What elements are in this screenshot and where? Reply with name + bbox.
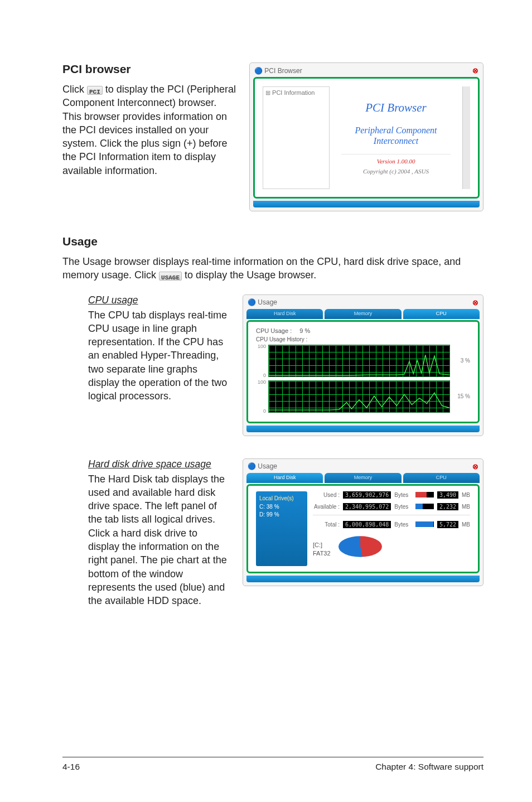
cpu-usage-title: CPU usage <box>88 294 230 306</box>
pci-version: Version 1.00.00 <box>341 154 451 165</box>
usage-inline-button: USAGE <box>159 272 182 281</box>
pci-window-title: 🔵 PCI Browser <box>254 67 302 75</box>
tab-cpu[interactable]: CPU <box>403 473 480 483</box>
hdd-total-row: Total : 6,000,898,048 Bytes 5,722 MB <box>313 521 470 528</box>
usage-heading: Usage <box>62 235 483 248</box>
close-icon[interactable]: ⊗ <box>472 298 478 307</box>
pci-text-before: Click <box>62 84 87 95</box>
hdd-used-row: Used : 3,659,902,976 Bytes 3,490 MB <box>313 491 470 499</box>
cpu-graph-2-pct: 15 % <box>453 393 470 399</box>
tab-cpu[interactable]: CPU <box>403 309 480 319</box>
cpu-usage-text: The CPU tab displays real-time CPU usage… <box>88 308 230 403</box>
tab-memory[interactable]: Memory <box>325 473 401 483</box>
drive-list: Local Drive(s) C: 38 % D: 99 % <box>256 491 307 566</box>
cpu-graph-1 <box>268 345 450 377</box>
tab-harddisk[interactable]: Hard Disk <box>246 473 323 483</box>
hdd-usage-text: The Hard Disk tab displays the used and … <box>88 472 230 608</box>
tab-memory[interactable]: Memory <box>325 309 401 319</box>
pci-tree-panel[interactable]: PCI Information <box>263 86 330 189</box>
pci-panel-subtitle: Peripheral Component Interconnect <box>335 125 457 146</box>
drive-list-title: Local Drive(s) <box>259 495 304 503</box>
pci-browser-window: 🔵 PCI Browser ⊗ PCI Information PCI Brow… <box>249 62 483 211</box>
pci-panel-title: PCI Browser <box>365 101 426 115</box>
scrollbar[interactable] <box>462 86 470 189</box>
pci-heading: PCI browser <box>62 62 237 76</box>
usage-cpu-window-title: 🔵 Usage <box>248 298 277 306</box>
close-icon[interactable]: ⊗ <box>472 462 478 471</box>
cpu-usage-readout: CPU Usage :9 % <box>256 327 470 334</box>
usage-hdd-window: 🔵 Usage ⊗ Hard Disk Memory CPU Local Dri… <box>243 458 483 586</box>
pci-info-panel: PCI Browser Peripheral Component Interco… <box>335 86 457 189</box>
pci-paragraph: Click PCI to display the PCI (Peripheral… <box>62 83 237 177</box>
pci-text-after: to display the PCI (Peripheral Component… <box>62 84 236 176</box>
pci-inline-button: PCI <box>87 86 103 95</box>
page-number: 4-16 <box>62 762 80 772</box>
hdd-pie-chart <box>338 533 382 566</box>
usage-tabs: Hard Disk Memory CPU <box>246 309 480 319</box>
pci-copyright: Copyright (c) 2004 , ASUS <box>363 168 429 175</box>
usage-intro: The Usage browser displays real-time inf… <box>62 255 483 282</box>
pci-tree-item[interactable]: PCI Information <box>265 89 327 96</box>
close-icon[interactable]: ⊗ <box>472 66 478 75</box>
chapter-label: Chapter 4: Software support <box>375 762 483 772</box>
hdd-available-row: Available : 2,340,995,072 Bytes 2,232 MB <box>313 503 470 510</box>
tab-harddisk[interactable]: Hard Disk <box>246 309 323 319</box>
cpu-history-label: CPU Usage History : <box>256 336 470 342</box>
usage-hdd-window-title: 🔵 Usage <box>248 462 277 470</box>
drive-fs-label: [C:] FAT32 <box>313 541 331 558</box>
drive-item-d[interactable]: D: 99 % <box>259 511 304 519</box>
cpu-graph-2 <box>268 380 450 413</box>
usage-cpu-window: 🔵 Usage ⊗ Hard Disk Memory CPU CPU Usage… <box>243 294 483 436</box>
drive-item-c[interactable]: C: 38 % <box>259 503 304 511</box>
hdd-usage-title: Hard disk drive space usage <box>88 458 230 470</box>
cpu-graph-1-pct: 3 % <box>453 357 470 364</box>
